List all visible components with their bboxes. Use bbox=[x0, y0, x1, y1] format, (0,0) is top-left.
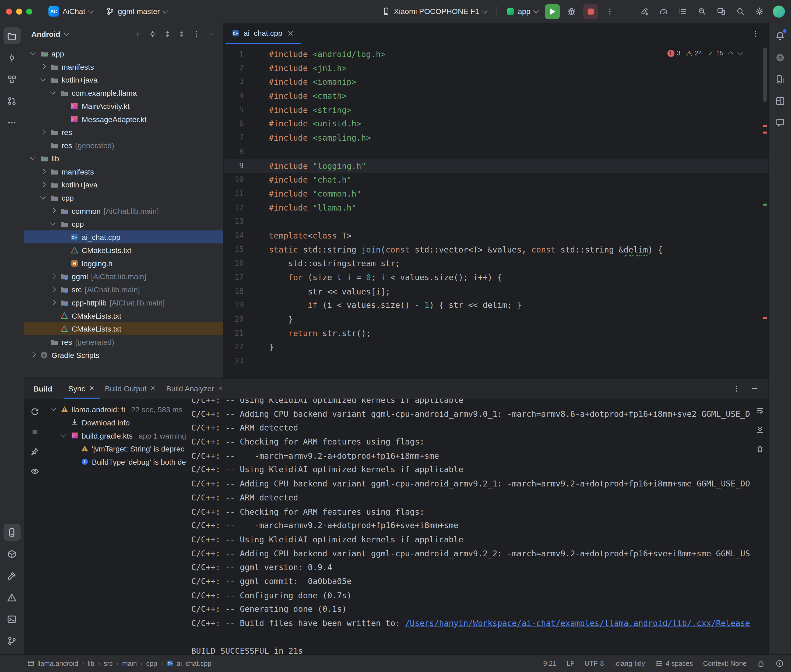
kebab-button[interactable] bbox=[190, 27, 204, 41]
chevron-down-icon[interactable] bbox=[48, 223, 57, 225]
tree-item-com-example-llama[interactable]: com.example.llama bbox=[24, 86, 223, 99]
code-line[interactable]: 17 for (size_t i = 0; i < values.size();… bbox=[223, 271, 768, 285]
chevron-right-icon[interactable] bbox=[48, 209, 57, 213]
tree-item-manifests[interactable]: manifests bbox=[24, 60, 223, 73]
assistant-tool-button[interactable] bbox=[771, 114, 789, 131]
code-line[interactable]: 14template<class T> bbox=[223, 229, 768, 243]
tree-item-messageadapter-kt[interactable]: MessageAdapter.kt bbox=[24, 112, 223, 126]
terminal-tool-button[interactable] bbox=[3, 610, 21, 628]
problems-tool-button[interactable] bbox=[3, 589, 21, 606]
add-button[interactable] bbox=[131, 27, 145, 41]
breadcrumb-item-cpp[interactable]: cpp bbox=[146, 660, 157, 667]
debug-button[interactable] bbox=[563, 3, 580, 20]
run-config-selector[interactable]: app bbox=[503, 5, 542, 18]
build-console[interactable]: C/C++: -- Using KleidiAI optimized kerne… bbox=[186, 399, 751, 654]
packages-tool-button[interactable] bbox=[3, 546, 21, 563]
caret-position[interactable]: 9:21 bbox=[543, 660, 556, 667]
device-manager-tool-button[interactable] bbox=[771, 70, 789, 88]
passed-badge[interactable]: ✓ 15 bbox=[708, 50, 723, 57]
chevron-down-icon[interactable] bbox=[28, 157, 37, 159]
tree-item-kotlin-java[interactable]: kotlin+java bbox=[24, 73, 223, 86]
code-line[interactable]: 2#include <jni.h> bbox=[223, 61, 768, 75]
scrollbar-thumb[interactable] bbox=[763, 47, 767, 102]
tree-item-kotlin-java[interactable]: kotlin+java bbox=[24, 178, 223, 191]
user-avatar[interactable] bbox=[773, 5, 785, 18]
project-view-selector[interactable]: Android bbox=[31, 30, 68, 38]
file-encoding[interactable]: UTF-8 bbox=[584, 660, 604, 667]
chevron-down-icon[interactable] bbox=[59, 435, 67, 437]
inspection-profile[interactable]: .clang-tidy bbox=[614, 660, 645, 667]
zoom-window-button[interactable] bbox=[26, 8, 32, 14]
app-inspection-button[interactable] bbox=[693, 3, 710, 20]
hide-build-panel-button[interactable] bbox=[746, 380, 763, 397]
breadcrumb-item-lib[interactable]: lib bbox=[87, 660, 94, 667]
chevron-down-icon[interactable] bbox=[48, 92, 57, 94]
tree-item-common[interactable]: common[AiChat.lib.main] bbox=[24, 204, 223, 217]
structure-tool-button[interactable] bbox=[3, 70, 21, 88]
run-button[interactable] bbox=[545, 4, 560, 19]
tree-item-cpp[interactable]: cpp bbox=[24, 191, 223, 204]
analysis-stripe[interactable] bbox=[761, 44, 768, 378]
notifications-tool-button[interactable] bbox=[771, 27, 789, 44]
breadcrumb-item-ai-chat-cpp[interactable]: C+ai_chat.cpp bbox=[167, 660, 212, 667]
build-tab-build-output[interactable]: Build Output bbox=[100, 379, 161, 399]
collapse-all-button[interactable] bbox=[175, 27, 189, 41]
code-line[interactable]: 12#include "llama.h" bbox=[223, 201, 768, 215]
layout-inspector-tool-button[interactable] bbox=[771, 92, 789, 109]
chevron-right-icon[interactable] bbox=[38, 182, 47, 186]
code-area[interactable]: 1#include <android/log.h>2#include <jni.… bbox=[223, 44, 768, 368]
prev-issue-button[interactable] bbox=[728, 52, 734, 57]
build-tool-button[interactable] bbox=[3, 567, 21, 584]
tree-item-cmakelists-txt[interactable]: CMakeLists.txt bbox=[24, 322, 223, 335]
code-line[interactable]: 3#include <iomanip> bbox=[223, 75, 768, 89]
code-line[interactable]: 5#include <string> bbox=[223, 103, 768, 117]
running-devices-tool-button[interactable] bbox=[3, 523, 21, 541]
chevron-right-icon[interactable] bbox=[38, 170, 47, 173]
chevron-down-icon[interactable] bbox=[50, 408, 58, 410]
eye-button[interactable] bbox=[28, 465, 42, 478]
breadcrumb-item-src[interactable]: src bbox=[104, 660, 113, 667]
scroll-end-button[interactable] bbox=[753, 423, 766, 436]
version-control-tool-button[interactable] bbox=[3, 632, 21, 649]
locate-button[interactable] bbox=[146, 27, 160, 41]
build-tree-item-build-gradle-kts[interactable]: build.gradle.ktsapp 1 warning bbox=[45, 429, 186, 442]
build-tree-item-buildtype-debug-is-both-de[interactable]: BuildType 'debug' is both de bbox=[45, 455, 186, 469]
editor-body[interactable]: 1#include <android/log.h>2#include <jni.… bbox=[223, 44, 768, 378]
commit-tool-button[interactable] bbox=[3, 49, 21, 66]
close-icon[interactable] bbox=[286, 29, 294, 37]
chevron-down-icon[interactable] bbox=[28, 53, 37, 54]
editor-options-button[interactable] bbox=[747, 25, 764, 42]
tree-item-ggml[interactable]: ggml[AiChat.lib.main] bbox=[24, 270, 223, 283]
build-tab-build-analyzer[interactable]: Build Analyzer bbox=[161, 379, 229, 399]
search-button[interactable] bbox=[732, 3, 749, 20]
code-line[interactable]: 20 } bbox=[223, 312, 768, 326]
profiler-button[interactable] bbox=[655, 3, 672, 20]
logcat-button[interactable] bbox=[674, 3, 691, 20]
tree-item-mainactivity-kt[interactable]: MainActivity.kt bbox=[24, 99, 223, 112]
code-line[interactable]: 6#include <unistd.h> bbox=[223, 117, 768, 131]
build-tree-item-download-info[interactable]: Download info bbox=[45, 416, 186, 429]
refresh-button[interactable] bbox=[28, 406, 42, 419]
build-tab-sync[interactable]: Sync bbox=[63, 379, 100, 399]
tree-item-ai-chat-cpp[interactable]: C+ai_chat.cpp bbox=[24, 230, 223, 244]
build-tree-item-llama-android-fi[interactable]: llama.android: fi22 sec, 583 ms bbox=[45, 403, 186, 416]
chevron-down-icon[interactable] bbox=[38, 79, 47, 81]
build-tree-item-jvmtarget-string-is-deprec[interactable]: 'jvmTarget: String' is deprec bbox=[45, 442, 186, 455]
chevron-right-icon[interactable] bbox=[48, 288, 57, 291]
gradle-tool-button[interactable]: G bbox=[771, 49, 789, 66]
tree-item-manifests[interactable]: manifests bbox=[24, 165, 223, 178]
console-link[interactable]: /Users/hanyin/Workspace/ai-chat/examples… bbox=[405, 619, 750, 628]
more-actions-button[interactable] bbox=[601, 3, 618, 20]
more-tool-button[interactable] bbox=[3, 114, 21, 131]
close-icon[interactable] bbox=[150, 385, 156, 391]
ai-assist-button[interactable] bbox=[636, 3, 653, 20]
settings-button[interactable] bbox=[751, 3, 768, 20]
build-options-button[interactable] bbox=[728, 380, 745, 397]
pull-requests-tool-button[interactable] bbox=[3, 92, 21, 109]
project-selector[interactable]: AC AiChat bbox=[44, 4, 96, 19]
code-line[interactable]: 19 if (i < values.size() - 1) { str << d… bbox=[223, 299, 768, 312]
tree-item-res[interactable]: res(generated) bbox=[24, 139, 223, 152]
chevron-right-icon[interactable] bbox=[28, 353, 37, 357]
code-line[interactable]: 11#include "common.h" bbox=[223, 187, 768, 201]
chevron-right-icon[interactable] bbox=[38, 64, 47, 68]
